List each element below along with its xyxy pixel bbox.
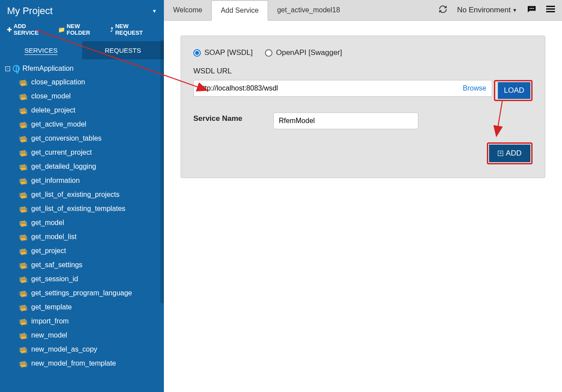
wsdl-url-input[interactable]: http://localhost:8083/wsdl Browse <box>193 80 492 97</box>
add-button-highlight: + ADD <box>487 142 533 164</box>
tree-item[interactable]: get_information <box>2 174 164 188</box>
layers-icon <box>20 80 27 85</box>
tree-item[interactable]: new_model_from_template <box>2 356 164 370</box>
collapse-icon[interactable]: − <box>5 66 10 71</box>
load-button[interactable]: LOAD <box>498 82 530 99</box>
layers-icon <box>20 94 27 99</box>
svg-rect-4 <box>546 8 555 10</box>
chat-icon[interactable] <box>527 5 537 15</box>
tree-item[interactable]: get_saf_settings <box>2 258 164 272</box>
tree-item-label: get_list_of_existing_projects <box>31 191 120 199</box>
radio-checked-icon <box>193 49 201 57</box>
tree-item[interactable]: get_model <box>2 216 164 230</box>
new-folder-action[interactable]: 📁 NEW FOLDER <box>58 23 104 36</box>
service-name-input[interactable] <box>273 113 418 129</box>
radio-openapi[interactable]: OpenAPI [Swagger] <box>265 48 342 57</box>
radio-soap-label: SOAP [WSDL] <box>204 48 253 57</box>
environment-dropdown[interactable]: No Environment ▼ <box>457 6 517 15</box>
layers-icon <box>20 319 27 324</box>
browse-link[interactable]: Browse <box>463 84 486 92</box>
tab-welcome[interactable]: Welcome <box>164 0 211 20</box>
tree-item[interactable]: get_list_of_existing_templates <box>2 202 164 216</box>
tree-item[interactable]: new_model <box>2 328 164 342</box>
tree-item-label: import_from <box>31 317 69 325</box>
sidebar-scrollbar[interactable] <box>160 40 164 303</box>
layers-icon <box>20 164 27 169</box>
tree-item[interactable]: close_application <box>2 75 164 89</box>
add-button-label: ADD <box>506 149 522 158</box>
radio-soap[interactable]: SOAP [WSDL] <box>193 48 253 57</box>
request-icon: ⤴ <box>110 26 113 33</box>
layers-icon <box>20 122 27 127</box>
environment-label: No Environment <box>457 6 511 15</box>
layers-icon <box>20 263 27 268</box>
add-service-label: ADD SERVICE <box>14 23 52 36</box>
tree-item-label: get_template <box>31 303 72 311</box>
sidebar: My Project ▼ ✚ ADD SERVICE 📁 NEW FOLDER … <box>0 0 164 392</box>
radio-openapi-label: OpenAPI [Swagger] <box>276 48 342 57</box>
tree-item[interactable]: delete_project <box>2 103 164 117</box>
project-menu-caret-icon[interactable]: ▼ <box>152 8 157 14</box>
layers-icon <box>20 347 27 352</box>
layers-icon <box>20 249 27 254</box>
tree-item-label: get_project <box>31 247 66 255</box>
layers-icon <box>20 305 27 310</box>
layers-icon <box>20 333 27 338</box>
plus-circle-icon: ✚ <box>7 26 12 33</box>
refresh-icon[interactable] <box>439 5 447 15</box>
layers-icon <box>20 235 27 240</box>
tree-item[interactable]: get_active_model <box>2 117 164 131</box>
layers-icon <box>20 221 27 225</box>
chevron-down-icon: ▼ <box>512 7 517 13</box>
tree-item[interactable]: close_model <box>2 89 164 103</box>
add-button[interactable]: + ADD <box>489 145 530 162</box>
tab-add-service[interactable]: Add Service <box>211 0 268 21</box>
service-tree[interactable]: − RfemApplication close_applicationclose… <box>0 59 164 392</box>
tree-item-label: new_model_from_template <box>31 359 116 367</box>
tab-get-active-model18[interactable]: get_active_model18 <box>268 0 349 20</box>
menu-icon[interactable] <box>546 6 555 15</box>
tree-item[interactable]: get_detailed_logging <box>2 160 164 174</box>
svg-point-2 <box>533 8 533 9</box>
tree-item-label: close_application <box>31 78 85 86</box>
wsdl-url-label: WSDL URL <box>193 67 533 76</box>
sidebar-header: My Project ▼ <box>0 0 164 23</box>
layers-icon <box>20 277 27 282</box>
tree-item[interactable]: get_list_of_existing_projects <box>2 188 164 202</box>
tree-item[interactable]: get_project <box>2 244 164 258</box>
topbar: Welcome Add Service get_active_model18 N… <box>164 0 562 21</box>
svg-point-1 <box>531 8 532 9</box>
service-type-radios: SOAP [WSDL] OpenAPI [Swagger] <box>193 48 533 57</box>
add-service-action[interactable]: ✚ ADD SERVICE <box>7 23 52 36</box>
tree-item[interactable]: get_model_list <box>2 230 164 244</box>
service-name-row: Service Name <box>193 113 533 129</box>
tree-item[interactable]: get_settings_program_language <box>2 286 164 300</box>
layers-icon <box>20 150 27 155</box>
svg-rect-5 <box>546 11 555 12</box>
tree-item-label: new_model_as_copy <box>31 345 97 353</box>
main: Welcome Add Service get_active_model18 N… <box>164 0 562 392</box>
tree-item[interactable]: get_current_project <box>2 145 164 160</box>
tree-item[interactable]: get_session_id <box>2 272 164 286</box>
layers-icon <box>20 192 27 197</box>
radio-unchecked-icon <box>265 49 272 57</box>
layers-icon <box>20 361 27 366</box>
tree-item-label: new_model <box>31 331 67 339</box>
tree-item-label: get_conversion_tables <box>31 134 102 142</box>
tree-item[interactable]: get_template <box>2 300 164 314</box>
layers-icon <box>20 207 27 211</box>
globe-icon <box>13 65 20 72</box>
plus-icon: + <box>498 151 503 156</box>
content: SOAP [WSDL] OpenAPI [Swagger] WSDL URL h… <box>164 21 562 392</box>
tree-item[interactable]: import_from <box>2 314 164 328</box>
tree-item[interactable]: new_model_as_copy <box>2 342 164 356</box>
tree-item-label: close_model <box>31 92 71 100</box>
tab-requests[interactable]: REQUESTS <box>82 41 164 59</box>
tree-app-node[interactable]: − RfemApplication <box>2 62 164 75</box>
new-request-action[interactable]: ⤴ NEW REQUEST <box>110 23 157 36</box>
layers-icon <box>20 136 27 141</box>
tree-item-label: get_list_of_existing_templates <box>31 205 125 213</box>
add-service-panel: SOAP [WSDL] OpenAPI [Swagger] WSDL URL h… <box>181 36 545 178</box>
tab-services[interactable]: SERVICES <box>0 41 82 59</box>
tree-item[interactable]: get_conversion_tables <box>2 131 164 145</box>
